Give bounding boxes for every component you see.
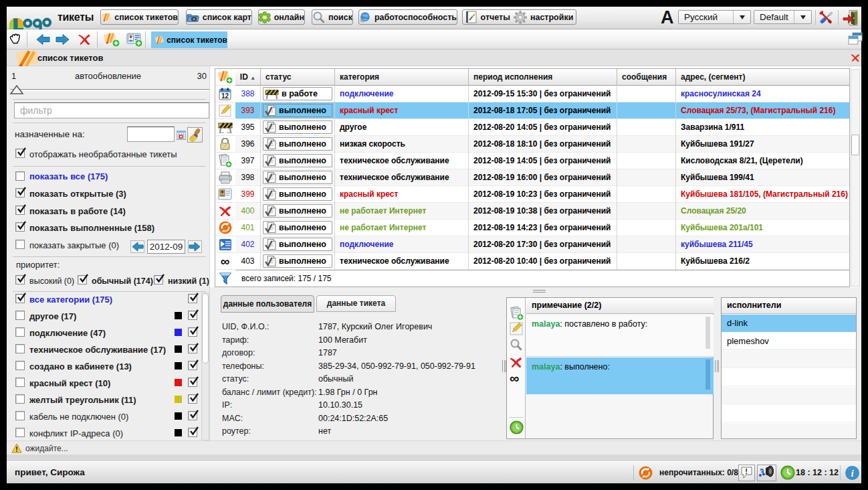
svg-text:12: 12 <box>221 92 229 100</box>
svg-text:!: ! <box>745 467 748 475</box>
